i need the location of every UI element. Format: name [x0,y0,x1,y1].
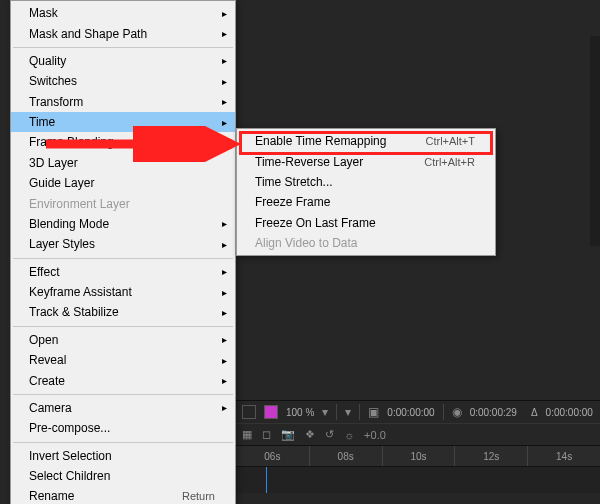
playhead-indicator[interactable] [266,467,267,493]
roi-icon[interactable]: ▣ [368,405,379,419]
menu-item-invert-selection[interactable]: Invert Selection [11,446,235,466]
menu-item-label: Time [29,115,215,129]
timeline-toolbar-2: ▦ ◻ 📷 ❖ ↺ ☼ +0.0 [236,423,600,445]
submenu-arrow-icon: ▸ [222,218,227,229]
menu-item-label: Reveal [29,353,215,367]
menu-item-label: Guide Layer [29,176,215,190]
menu-item-pre-compose-[interactable]: Pre-compose... [11,418,235,438]
menu-item-label: Environment Layer [29,197,215,211]
submenu-arrow-icon: ▸ [222,266,227,277]
submenu-arrow-icon: ▸ [222,307,227,318]
menu-item-label: Invert Selection [29,449,215,463]
menu-item-label: Quality [29,54,215,68]
menu-separator [13,442,233,443]
menu-item-keyframe-assistant[interactable]: Keyframe Assistant▸ [11,282,235,302]
menu-item-label: 3D Layer [29,156,215,170]
timeline-track-area[interactable] [236,467,600,493]
submenu-item-align-video-to-data: Align Video to Data [237,233,495,253]
submenu-arrow-icon: ▸ [222,375,227,386]
menu-item-effect[interactable]: Effect▸ [11,262,235,282]
submenu-item-time-reverse-layer[interactable]: Time-Reverse LayerCtrl+Alt+R [237,151,495,171]
reset-exposure-icon[interactable]: ↺ [325,428,334,441]
submenu-arrow-icon: ▸ [222,76,227,87]
menu-item-shortcut: Ctrl+Alt+T [425,135,475,147]
menu-item-blending-mode[interactable]: Blending Mode▸ [11,214,235,234]
timeline-ruler[interactable]: 06s 08s 10s 12s 14s [236,445,600,467]
ruler-tick: 10s [382,446,455,466]
menu-item-mask-and-shape-path[interactable]: Mask and Shape Path▸ [11,23,235,43]
menu-item-reveal[interactable]: Reveal▸ [11,350,235,370]
zoom-dropdown-icon[interactable]: ▾ [322,405,328,419]
menu-item-track-stabilize[interactable]: Track & Stabilize▸ [11,302,235,322]
delta-time: 0:00:00:00 [546,407,593,418]
menu-item-label: Freeze On Last Frame [255,216,475,230]
submenu-item-freeze-on-last-frame[interactable]: Freeze On Last Frame [237,213,495,233]
menu-item-time[interactable]: Time▸ [11,112,235,132]
submenu-arrow-icon: ▸ [222,55,227,66]
duration-value: 0:00:00:29 [470,407,517,418]
menu-item-label: Freeze Frame [255,195,475,209]
menu-item-transform[interactable]: Transform▸ [11,92,235,112]
menu-separator [13,47,233,48]
submenu-arrow-icon: ▸ [222,334,227,345]
zoom-value: 100 % [286,407,314,418]
snapshot-icon[interactable]: 📷 [281,428,295,441]
channel-icon[interactable]: ❖ [305,428,315,441]
submenu-arrow-icon: ▸ [222,287,227,298]
menu-separator [13,394,233,395]
menu-item-label: Camera [29,401,215,415]
menu-item-label: Frame Blending [29,135,215,149]
menu-item-label: Time-Reverse Layer [255,155,404,169]
submenu-item-time-stretch-[interactable]: Time Stretch... [237,172,495,192]
timeline-toolbar: 100 % ▾ ▾ ▣ 0:00:00:00 ◉ 0:00:00:29 Δ 0:… [236,401,600,423]
exposure-value: +0.0 [364,429,386,441]
menu-item-3d-layer[interactable]: 3D Layer [11,153,235,173]
menu-item-create[interactable]: Create▸ [11,370,235,390]
resolution-dropdown-icon[interactable]: ▾ [345,405,351,419]
menu-item-switches[interactable]: Switches▸ [11,71,235,91]
menu-item-label: Open [29,333,215,347]
menu-item-label: Keyframe Assistant [29,285,215,299]
submenu-item-freeze-frame[interactable]: Freeze Frame [237,192,495,212]
tc-icon[interactable]: ◉ [452,405,462,419]
ruler-tick: 12s [454,446,527,466]
menu-item-label: Select Children [29,469,215,483]
label-color-swatch-empty[interactable] [242,405,256,419]
menu-item-label: Create [29,374,215,388]
ruler-tick: 08s [309,446,382,466]
submenu-arrow-icon: ▸ [222,117,227,128]
submenu-item-enable-time-remapping[interactable]: Enable Time RemappingCtrl+Alt+T [237,131,495,151]
submenu-arrow-icon: ▸ [222,96,227,107]
ruler-tick: 06s [236,446,309,466]
menu-item-layer-styles[interactable]: Layer Styles▸ [11,234,235,254]
grid-icon[interactable]: ▦ [242,428,252,441]
menu-item-label: Align Video to Data [255,236,475,250]
menu-item-label: Switches [29,74,215,88]
menu-item-label: Mask [29,6,215,20]
new-composition-placeholder[interactable]: tion [590,36,600,246]
menu-item-open[interactable]: Open▸ [11,330,235,350]
exposure-icon[interactable]: ☼ [344,429,354,441]
menu-item-label: Enable Time Remapping [255,134,405,148]
menu-item-shortcut: Return [182,490,215,502]
menu-separator [13,326,233,327]
label-color-swatch-magenta[interactable] [264,405,278,419]
menu-item-frame-blending[interactable]: Frame Blending▸ [11,132,235,152]
menu-item-label: Track & Stabilize [29,305,215,319]
menu-item-label: Time Stretch... [255,175,475,189]
submenu-arrow-icon: ▸ [222,239,227,250]
menu-item-select-children[interactable]: Select Children [11,466,235,486]
menu-item-environment-layer: Environment Layer [11,193,235,213]
submenu-arrow-icon: ▸ [222,402,227,413]
menu-item-guide-layer[interactable]: Guide Layer [11,173,235,193]
menu-separator [13,258,233,259]
layer-context-menu: Mask▸Mask and Shape Path▸Quality▸Switche… [10,0,236,504]
menu-item-rename[interactable]: RenameReturn [11,486,235,504]
menu-item-camera[interactable]: Camera▸ [11,398,235,418]
submenu-arrow-icon: ▸ [222,28,227,39]
menu-item-label: Transform [29,95,215,109]
mask-toggle-icon[interactable]: ◻ [262,428,271,441]
menu-item-quality[interactable]: Quality▸ [11,51,235,71]
menu-item-mask[interactable]: Mask▸ [11,3,235,23]
menu-item-shortcut: Ctrl+Alt+R [424,156,475,168]
